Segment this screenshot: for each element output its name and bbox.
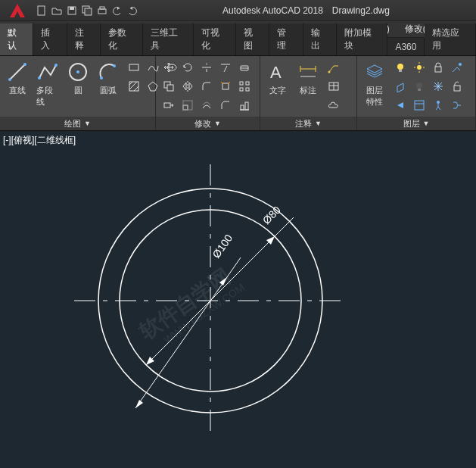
drawing-viewport[interactable]: [-][俯视][二维线框] 软件自学网 WWW.RJZXW.COM Ø100 — [0, 131, 476, 467]
svg-line-82 — [275, 217, 294, 236]
layer-props-label: 图层 特性 — [366, 85, 383, 108]
svg-rect-16 — [129, 64, 138, 70]
panel-modify-title[interactable]: 修改▼ — [156, 117, 260, 130]
tab-default[interactable]: 默认 — [0, 23, 33, 55]
layer-prev-icon[interactable] — [392, 97, 409, 114]
svg-text:A: A — [270, 63, 282, 82]
tab-a360[interactable]: A360 — [387, 39, 425, 55]
dimension-button[interactable]: 标注 — [295, 59, 321, 98]
panel-layers-title[interactable]: 图层▼ — [357, 117, 475, 130]
qat-open-icon[interactable] — [50, 4, 64, 17]
qat-new-icon[interactable] — [35, 4, 48, 17]
line-label: 直线 — [9, 85, 26, 96]
move-icon[interactable] — [160, 59, 177, 76]
svg-rect-71 — [454, 86, 460, 91]
text-icon: A — [266, 61, 289, 83]
panel-draw-title[interactable]: 绘图▼ — [0, 117, 155, 130]
tab-manage[interactable]: 管理 — [269, 23, 303, 55]
layer-walk-icon[interactable] — [430, 97, 446, 114]
scale-icon[interactable] — [179, 97, 196, 114]
polyline-button[interactable]: 多段线 — [35, 59, 61, 109]
app-logo[interactable] — [3, 0, 32, 21]
chevron-down-icon: ▼ — [423, 120, 430, 127]
stretch-icon[interactable] — [160, 97, 177, 114]
table-icon[interactable] — [325, 78, 342, 95]
cloud-icon[interactable] — [325, 97, 342, 114]
array-icon[interactable] — [236, 78, 253, 95]
svg-point-15 — [113, 64, 116, 67]
tab-view[interactable]: 视图 — [236, 23, 269, 55]
svg-point-8 — [8, 78, 11, 81]
svg-point-56 — [397, 64, 403, 70]
layer-off-icon[interactable] — [411, 78, 428, 95]
qat-redo-icon[interactable] — [126, 4, 139, 17]
tab-output[interactable]: 输出 — [303, 23, 337, 55]
tab-visualize[interactable]: 可视化 — [194, 23, 236, 55]
layer-freeze-icon[interactable] — [430, 78, 446, 95]
explode-icon[interactable] — [217, 78, 234, 95]
svg-point-13 — [76, 70, 79, 73]
svg-rect-34 — [222, 83, 229, 89]
svg-point-64 — [459, 63, 462, 66]
hatch-icon[interactable] — [126, 78, 142, 95]
panel-layers: 图层 特性 图层▼ — [357, 56, 476, 130]
svg-point-52 — [328, 71, 331, 73]
line-button[interactable]: 直线 — [5, 59, 30, 98]
tab-annotate[interactable]: 注释 — [67, 23, 101, 55]
offset-icon[interactable] — [198, 97, 215, 114]
svg-rect-63 — [435, 67, 441, 72]
svg-rect-57 — [399, 70, 402, 72]
tab-3dtools[interactable]: 三维工具 — [143, 23, 194, 55]
layer-unlock-icon[interactable] — [449, 78, 465, 95]
mirror-icon[interactable] — [179, 78, 196, 95]
align-icon[interactable] — [236, 97, 253, 114]
fillet-icon[interactable] — [198, 78, 215, 95]
tab-addins[interactable]: 附加模块 — [337, 23, 388, 55]
layer-sun-icon[interactable] — [411, 59, 428, 76]
layer-state-icon[interactable] — [411, 97, 428, 114]
copy-icon[interactable] — [160, 78, 177, 95]
svg-rect-0 — [38, 6, 45, 15]
tab-parametric[interactable]: 参数化 — [101, 23, 143, 55]
panel-annotation: A 文字 标注 注释▼ — [260, 56, 357, 130]
rectangle-icon[interactable] — [126, 59, 142, 76]
svg-rect-38 — [246, 82, 249, 85]
svg-line-78 — [227, 257, 241, 277]
doc-name: Drawing2.dwg — [332, 5, 390, 16]
tab-insert[interactable]: 插入 — [33, 23, 67, 55]
svg-point-65 — [416, 83, 422, 89]
layer-iso-icon[interactable] — [392, 78, 409, 95]
svg-rect-39 — [240, 88, 243, 91]
svg-rect-5 — [98, 9, 106, 14]
panel-modify: 修改▼ — [156, 56, 260, 130]
svg-line-19 — [129, 82, 132, 85]
qat-saveas-icon[interactable] — [80, 4, 94, 17]
trim-icon[interactable] — [198, 59, 215, 76]
erase-icon[interactable] — [236, 59, 253, 76]
layer-lock-icon[interactable] — [430, 59, 446, 76]
text-button[interactable]: A 文字 — [265, 59, 291, 98]
arc-button[interactable]: 圆弧 — [95, 59, 121, 98]
circle-button[interactable]: 圆 — [65, 59, 91, 98]
panel-annotation-title[interactable]: 注释▼ — [260, 117, 356, 130]
chamfer-icon[interactable] — [217, 97, 234, 114]
svg-point-10 — [38, 76, 41, 80]
qat-save-icon[interactable] — [65, 4, 79, 17]
qat-undo-icon[interactable] — [110, 4, 124, 17]
layer-bulb-icon[interactable] — [392, 59, 409, 76]
svg-point-14 — [100, 76, 103, 80]
quick-access-toolbar — [35, 4, 139, 17]
annot-small — [325, 59, 342, 114]
svg-marker-76 — [135, 400, 143, 408]
layer-grid — [392, 59, 465, 114]
layer-props-button[interactable]: 图层 特性 — [362, 59, 387, 109]
arc-label: 圆弧 — [100, 85, 117, 96]
qat-plot-icon[interactable] — [95, 4, 109, 17]
svg-point-9 — [23, 63, 26, 66]
rotate-icon[interactable] — [179, 59, 196, 76]
extend-icon[interactable] — [217, 59, 234, 76]
tab-featured[interactable]: 精选应用 — [425, 23, 476, 55]
layer-match-icon[interactable] — [449, 59, 465, 76]
leader-icon[interactable] — [325, 59, 342, 76]
layer-merge-icon[interactable] — [449, 97, 465, 114]
